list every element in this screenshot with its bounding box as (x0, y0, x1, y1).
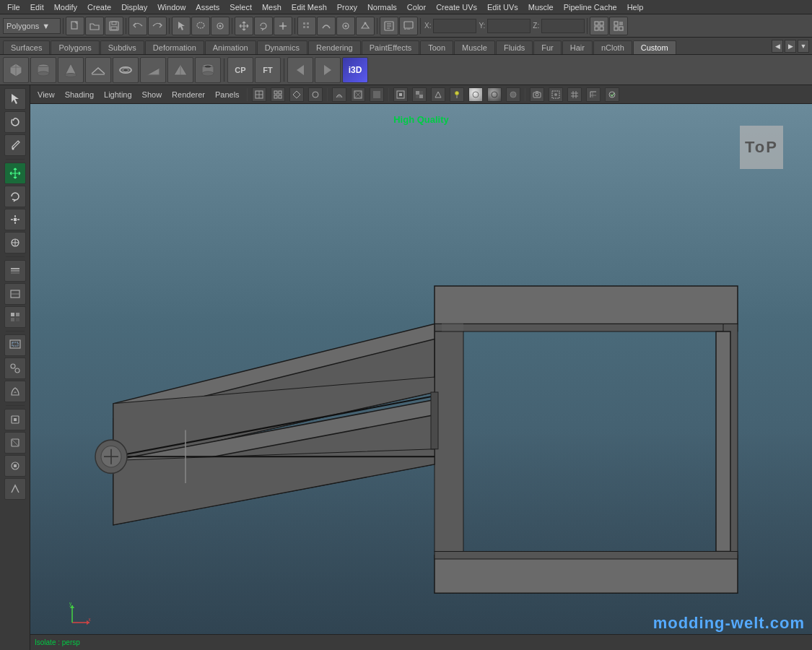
shelf-cone-icon[interactable] (58, 57, 84, 83)
shelf-tube-icon[interactable] (195, 57, 221, 83)
vt-icon-grid[interactable] (567, 87, 582, 102)
menu-display[interactable]: Display (117, 1, 152, 13)
snap-surface-btn[interactable] (356, 17, 375, 35)
vt-icon-hud[interactable] (586, 87, 601, 102)
mode-dropdown[interactable]: Polygons ▼ (3, 18, 61, 34)
vt-icon-render-pass[interactable] (605, 87, 619, 102)
vt-icon-shaded[interactable] (393, 87, 408, 102)
menu-file[interactable]: File (3, 1, 25, 13)
vt-icon-smooth[interactable] (332, 87, 346, 102)
tab-hair[interactable]: Hair (562, 40, 593, 54)
menu-pipeline-cache[interactable]: Pipeline Cache (559, 1, 621, 13)
hypershade-btn[interactable] (4, 358, 26, 379)
vt-shading-menu[interactable]: Shading (62, 89, 97, 100)
settings-btn[interactable] (590, 17, 608, 35)
snap-point-btn[interactable] (336, 17, 355, 35)
shelf-plane-icon[interactable] (85, 57, 111, 83)
tab-custom[interactable]: Custom (633, 40, 676, 54)
open-btn[interactable] (85, 17, 104, 35)
shelf-torus-icon[interactable] (113, 57, 139, 83)
tab-polygons[interactable]: Polygons (51, 40, 99, 54)
layer-tool-1-btn[interactable] (4, 260, 26, 282)
rotate-tool-btn[interactable] (4, 186, 26, 207)
viewport-canvas[interactable]: High Quality ToP (30, 104, 812, 650)
final-btn[interactable] (4, 478, 26, 500)
tab-fluids[interactable]: Fluids (496, 40, 533, 54)
menu-select[interactable]: Select (225, 1, 256, 13)
menu-window[interactable]: Window (153, 1, 190, 13)
scale-tool-btn[interactable] (4, 209, 26, 230)
select-btn[interactable] (172, 17, 191, 35)
universal-tool-btn[interactable] (4, 232, 26, 254)
shelf-prev-btn[interactable]: ◀ (772, 40, 783, 53)
shelf-cylinder-icon[interactable] (30, 57, 56, 83)
shelf-ft-icon[interactable]: FT (255, 57, 281, 83)
paint-select-btn[interactable] (211, 17, 230, 35)
menu-edit[interactable]: Edit (26, 1, 48, 13)
vt-lighting-menu[interactable]: Lighting (101, 89, 135, 100)
save-btn[interactable] (105, 17, 123, 35)
render-btn[interactable] (399, 17, 418, 35)
menu-proxy[interactable]: Proxy (333, 1, 362, 13)
y-input[interactable] (487, 19, 531, 33)
vt-icon-check[interactable] (412, 87, 427, 102)
history-btn[interactable] (380, 17, 398, 35)
tab-dynamics[interactable]: Dynamics (257, 40, 307, 54)
anim-deform-btn[interactable] (4, 455, 26, 477)
new-scene-btn[interactable] (66, 17, 84, 35)
vt-icon-3[interactable] (289, 87, 304, 102)
menu-color[interactable]: Color (403, 1, 430, 13)
paint-attr-btn[interactable] (4, 381, 26, 402)
vt-icon-4[interactable] (308, 87, 323, 102)
menu-mesh[interactable]: Mesh (258, 1, 286, 13)
shelf-cube-icon[interactable] (3, 57, 29, 83)
undo-btn[interactable] (128, 17, 147, 35)
snap-curve-btn[interactable] (317, 17, 336, 35)
layer-tool-3-btn[interactable] (4, 306, 26, 328)
z-input[interactable] (541, 19, 585, 33)
vt-show-menu[interactable]: Show (139, 89, 165, 100)
vt-renderer-menu[interactable]: Renderer (169, 89, 208, 100)
deform-btn[interactable] (4, 432, 26, 454)
vt-icon-sphere1[interactable] (468, 87, 483, 102)
move-tool-btn[interactable] (4, 162, 26, 184)
x-input[interactable] (433, 19, 476, 33)
tab-muscle[interactable]: Muscle (454, 40, 495, 54)
vt-icon-wire[interactable] (351, 87, 365, 102)
menu-help[interactable]: Help (623, 1, 648, 13)
snap-grid-btn[interactable] (297, 17, 316, 35)
tab-subdivs[interactable]: Subdivs (100, 40, 144, 54)
menu-create[interactable]: Create (83, 1, 115, 13)
shelf-wedge-icon[interactable] (140, 57, 166, 83)
vt-icon-uv[interactable] (431, 87, 445, 102)
vt-icon-light-link[interactable] (450, 87, 464, 102)
render-region-btn[interactable] (4, 334, 26, 356)
shelf-arrow-right-icon[interactable] (315, 57, 341, 83)
tab-animation[interactable]: Animation (205, 40, 256, 54)
channel-box-btn[interactable] (609, 17, 628, 35)
menu-edit-mesh[interactable]: Edit Mesh (287, 1, 331, 13)
vt-icon-sphere3[interactable] (506, 87, 520, 102)
tab-fur[interactable]: Fur (533, 40, 562, 54)
menu-normals[interactable]: Normals (363, 1, 401, 13)
lasso-btn[interactable] (191, 17, 210, 35)
viewport[interactable]: View Shading Lighting Show Renderer Pane… (30, 85, 812, 650)
move-btn[interactable] (235, 17, 253, 35)
rotate-btn[interactable] (254, 17, 273, 35)
tab-surfaces[interactable]: Surfaces (3, 40, 50, 54)
shelf-next-btn[interactable]: ▶ (785, 40, 796, 53)
shelf-menu-btn[interactable]: ▼ (798, 40, 809, 53)
tab-ncloth[interactable]: nCloth (593, 40, 632, 54)
scale-btn[interactable] (274, 17, 292, 35)
menu-modify[interactable]: Modify (50, 1, 82, 13)
vt-icon-sphere2[interactable] (487, 87, 502, 102)
menu-create-uvs[interactable]: Create UVs (432, 1, 481, 13)
tab-toon[interactable]: Toon (420, 40, 453, 54)
tab-rendering[interactable]: Rendering (308, 40, 361, 54)
menu-muscle[interactable]: Muscle (524, 1, 558, 13)
tab-deformation[interactable]: Deformation (145, 40, 204, 54)
vt-icon-1[interactable] (252, 87, 266, 102)
vt-icon-isolate[interactable] (549, 87, 563, 102)
vt-icon-flat[interactable] (370, 87, 384, 102)
lasso-tool-btn[interactable] (4, 111, 26, 133)
